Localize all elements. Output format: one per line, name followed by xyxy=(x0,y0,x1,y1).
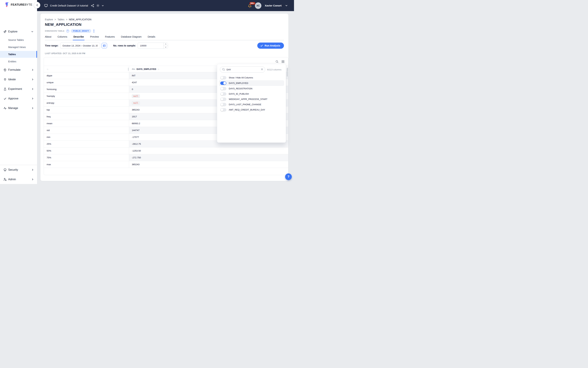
breadcrumb-tables[interactable]: Tables xyxy=(58,18,64,21)
user-menu-chevron-icon[interactable] xyxy=(285,5,287,6)
calendar-button[interactable] xyxy=(102,43,107,48)
column-resize-handle[interactable] xyxy=(128,68,129,71)
sidebar-item-label: Ideate xyxy=(8,78,16,81)
toggle-off[interactable] xyxy=(220,103,226,106)
column-toggle-weekday-appr-process-start[interactable]: WEEKDAY_APPR_PROCESS_START xyxy=(219,97,284,102)
toggle-label: DAYS_LAST_PHONE_CHANGE xyxy=(229,103,261,106)
toggle-label: AMT_REQ_CREDIT_BUREAU_DAY xyxy=(229,109,265,111)
kebab-menu-icon[interactable] xyxy=(93,29,95,33)
stat-cell: %empty xyxy=(44,93,129,100)
tab-bar: About Columns Describe Preview Features … xyxy=(45,35,284,40)
chevron-down-icon[interactable] xyxy=(102,5,104,6)
activity-icon xyxy=(3,107,7,110)
sidebar-item-formulate[interactable]: Formulate xyxy=(0,67,37,73)
sidebar-item-experiment[interactable]: Experiment xyxy=(0,86,37,92)
share-icon[interactable] xyxy=(91,4,94,7)
toggle-off[interactable] xyxy=(220,76,226,79)
toggle-off[interactable] xyxy=(220,108,226,111)
column-search-input[interactable] xyxy=(220,66,265,73)
analysis-controls: Time range: No. rows to sample: Run Anal… xyxy=(45,43,284,49)
column-toggle-days-registration[interactable]: DAYS_REGISTRATION xyxy=(219,86,284,91)
column-chooser-icon[interactable] xyxy=(282,60,285,63)
value-cell: 365243 xyxy=(129,161,288,168)
column-toggle-days-employed[interactable]: DAYS_EMPLOYED xyxy=(219,80,284,86)
sidebar-item-tables-active[interactable]: Tables xyxy=(0,51,37,58)
sidebar-item-label: Approve xyxy=(8,97,18,100)
sidebar-item-entities[interactable]: Entities xyxy=(0,59,37,64)
brand-bold: FEATURE xyxy=(11,3,25,6)
top-bar: Credit Default Dataset UI tutorial 999+ … xyxy=(37,0,294,11)
breadcrumb-explore[interactable]: Explore xyxy=(45,18,53,21)
toggle-off[interactable] xyxy=(220,87,226,90)
help-button[interactable]: ? xyxy=(285,173,292,180)
number-spinner xyxy=(163,43,168,48)
tab-preview[interactable]: Preview xyxy=(90,35,99,40)
sort-icon[interactable]: ↑↓ xyxy=(47,68,48,70)
spinner-up-button[interactable] xyxy=(164,43,168,46)
sidebar-item-manage[interactable]: Manage xyxy=(0,105,37,111)
avatar[interactable]: XC xyxy=(255,2,261,9)
toggle-all-columns-row[interactable]: Show / Hide All Columns xyxy=(219,75,284,80)
tab-about[interactable]: About xyxy=(45,35,51,40)
tab-describe[interactable]: Describe xyxy=(73,35,84,40)
spinner-down-button[interactable] xyxy=(164,46,168,49)
flask-icon xyxy=(3,87,7,91)
time-range-input[interactable] xyxy=(60,43,100,49)
sidebar-item-managed-views[interactable]: Managed Views xyxy=(0,45,37,50)
run-analysis-label: Run Analysis xyxy=(265,44,280,47)
breadcrumb-separator: > xyxy=(66,18,67,21)
chevron-right-icon xyxy=(32,98,33,100)
column-toggle-days-last-phone-change[interactable]: DAYS_LAST_PHONE_CHANGE xyxy=(219,102,284,107)
column-toggle-amt-req-credit-bureau-day[interactable]: AMT_REQ_CREDIT_BUREAU_DAY xyxy=(219,107,284,112)
column-chooser-popover: 6/113 columns Show / Hide All Columns DA… xyxy=(217,64,286,143)
stat-cell: min xyxy=(44,134,129,140)
stat-cell: mean xyxy=(44,120,129,127)
value-cell: -272.750 xyxy=(129,154,288,161)
brand-light: BYTE xyxy=(25,3,32,6)
chevron-right-icon xyxy=(32,88,33,90)
sidebar-item-admin[interactable]: Admin xyxy=(0,177,37,182)
lightbulb-icon xyxy=(3,78,7,81)
sidebar-item-explore[interactable]: Explore xyxy=(0,29,37,34)
sidebar-collapse-button[interactable] xyxy=(34,2,40,8)
search-icon xyxy=(222,68,225,71)
value-cell: -1253.50 xyxy=(129,147,288,154)
sidebar-item-ideate[interactable]: Ideate xyxy=(0,77,37,82)
stat-cell: top xyxy=(44,106,129,113)
chevron-right-icon xyxy=(32,69,33,71)
sidebar-item-label: Tables xyxy=(8,53,16,56)
tab-features[interactable]: Features xyxy=(105,35,115,40)
tab-database-diagram[interactable]: Database Diagram xyxy=(121,35,142,40)
chevron-right-icon xyxy=(32,78,33,81)
telescope-icon xyxy=(3,30,7,33)
notifications-button[interactable]: 999+ xyxy=(248,3,252,8)
clear-search-icon[interactable] xyxy=(261,68,263,70)
column-toggle-days-id-publish[interactable]: DAYS_ID_PUBLISH xyxy=(219,91,284,97)
tab-details[interactable]: Details xyxy=(148,35,155,40)
toggle-off[interactable] xyxy=(220,92,226,96)
search-icon[interactable] xyxy=(276,60,278,63)
run-analysis-button[interactable]: Run Analysis xyxy=(257,43,284,49)
sort-icon[interactable]: ↑↓ xyxy=(157,68,159,70)
stat-cell: 50% xyxy=(44,147,129,154)
vertical-scrollbar-thumb[interactable] xyxy=(287,68,288,76)
sidebar-item-security[interactable]: Security xyxy=(0,167,37,173)
stat-column-header[interactable]: ↑↓ xyxy=(44,66,129,72)
text-type-icon: Abc xyxy=(132,68,135,70)
time-range-label: Time range: xyxy=(45,44,58,47)
gear-icon[interactable] xyxy=(96,4,99,7)
sidebar-item-label: Source Tables xyxy=(8,39,24,41)
workspace-switcher[interactable]: Credit Default Dataset UI tutorial xyxy=(44,4,104,7)
sidebar-item-approve[interactable]: Approve xyxy=(0,96,37,101)
shield-check-icon xyxy=(3,168,7,172)
help-circle-icon[interactable]: ? xyxy=(66,29,69,32)
status-badge: PUBLIC_DRAFT xyxy=(71,29,91,33)
stat-cell: std xyxy=(44,127,129,134)
last-updated-text: LAST UPDATED: OCT 13, 2025 6:00 PM xyxy=(45,52,288,55)
toggle-on[interactable] xyxy=(220,82,226,85)
sidebar-item-source-tables[interactable]: Source Tables xyxy=(0,37,37,43)
notification-badge: 999+ xyxy=(249,2,256,5)
tab-columns[interactable]: Columns xyxy=(58,35,67,40)
toggle-off[interactable] xyxy=(220,98,226,101)
featurebyte-logo[interactable]: FEATUREBYTE xyxy=(5,2,32,7)
